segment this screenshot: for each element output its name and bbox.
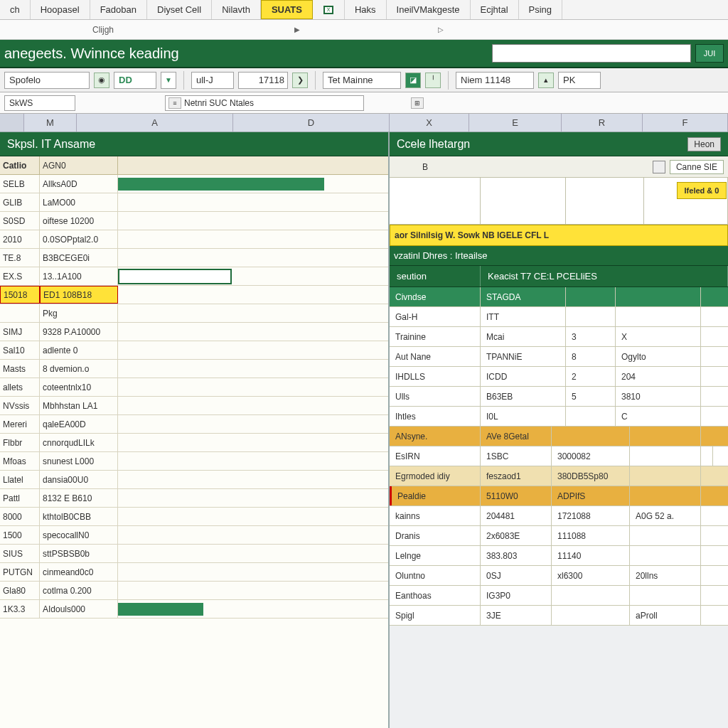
left-grid[interactable]: SELBAllksA0DGLIBLaMO00S0SDoiftese 102002… — [0, 175, 388, 728]
cell[interactable] — [616, 287, 701, 306]
cell[interactable]: coteentnlx10 — [40, 378, 118, 396]
cell[interactable] — [566, 287, 616, 306]
cell[interactable]: Aut Nane — [390, 347, 481, 366]
cell[interactable]: Mfoas — [0, 452, 40, 470]
cell[interactable]: 3000082 — [552, 446, 630, 466]
table-row[interactable]: Mfoassnunest L000 — [0, 452, 388, 471]
cell[interactable] — [552, 427, 630, 446]
cell[interactable]: EsIRN — [390, 446, 481, 466]
menu-item[interactable]: ch — [0, 0, 31, 19]
side-action-button[interactable]: Ifeled & 0 — [677, 182, 727, 199]
prop-field[interactable]: Spofelo — [4, 72, 90, 89]
globe-icon[interactable]: ◉ — [94, 73, 109, 88]
cell[interactable]: 3 — [566, 327, 616, 346]
cell[interactable] — [630, 486, 701, 505]
cell[interactable]: cinmeand0c0 — [40, 563, 118, 581]
cell[interactable]: 20llns — [630, 566, 701, 585]
table-row[interactable]: MereriqaleEA00D — [0, 415, 388, 434]
help-button[interactable]: Heon — [687, 137, 721, 151]
up-icon[interactable]: ▴ — [538, 73, 554, 88]
dropdown-icon[interactable]: ▼ — [161, 72, 176, 89]
cell[interactable]: Ogylto — [616, 347, 701, 366]
cell[interactable]: specocallN0 — [40, 526, 118, 544]
cell[interactable] — [701, 446, 713, 466]
menu-item[interactable]: IneilVMakgeste — [387, 0, 471, 19]
col-header[interactable]: A — [77, 114, 233, 132]
col-header[interactable]: E — [469, 114, 562, 132]
table-row[interactable]: Gal-HITT — [390, 307, 728, 327]
cell[interactable]: Ihtles — [390, 407, 481, 426]
cell[interactable]: 8132 E B610 — [40, 489, 118, 507]
cell[interactable]: IG3P0 — [481, 586, 552, 605]
cell[interactable]: SIUS — [0, 545, 40, 562]
cell[interactable] — [552, 606, 630, 625]
cell[interactable] — [630, 466, 701, 486]
cell[interactable]: I0L — [481, 407, 566, 426]
cell[interactable]: Lelnge — [390, 546, 481, 565]
select-all-corner[interactable] — [0, 114, 24, 132]
toolbar-button[interactable]: Canne SIE — [670, 160, 724, 174]
cell[interactable]: snunest L000 — [40, 452, 118, 470]
cell[interactable]: 13..1A100 — [40, 267, 118, 285]
cell[interactable]: Gal-H — [390, 307, 481, 326]
table-row[interactable]: SIUSsttPSBSB0b — [0, 545, 388, 563]
table-row[interactable]: ANsyne.AVe 8Getal — [390, 427, 728, 446]
cell[interactable]: 5110W0 — [481, 486, 552, 505]
cell[interactable]: 5 — [566, 387, 616, 406]
col-header[interactable]: X — [390, 114, 469, 132]
ribbon-button[interactable]: JUI — [695, 44, 724, 63]
cell[interactable]: 2x6083E — [481, 526, 552, 545]
table-row[interactable]: Lelnge383.80311140 — [390, 546, 728, 566]
table-row[interactable]: alletscoteentnlx10 — [0, 378, 388, 397]
table-row[interactable]: Pattl8132 E B610 — [0, 489, 388, 508]
cell[interactable] — [630, 546, 701, 565]
table-row[interactable]: CivndseSTAGDA — [390, 287, 728, 307]
cell[interactable]: C — [616, 407, 701, 426]
table-row[interactable]: Llateldansia00U0 — [0, 471, 388, 489]
table-row[interactable]: SELBAllksA0D — [0, 175, 388, 193]
prop-field[interactable]: Tet Mainne — [323, 72, 401, 89]
cell[interactable]: 9328 P.A10000 — [40, 323, 118, 341]
cell[interactable]: dansia00U0 — [40, 471, 118, 488]
cell[interactable]: 380DB5Sp80 — [552, 466, 630, 486]
table-row[interactable]: Sal10adlente 0 — [0, 341, 388, 360]
cell[interactable]: 1721088 — [552, 506, 630, 525]
cell[interactable]: 204481 — [481, 506, 552, 525]
tool-icon[interactable] — [653, 161, 665, 173]
cell[interactable]: LaMO00 — [40, 193, 118, 211]
cell[interactable]: Pealdie — [390, 486, 481, 505]
formula-input[interactable]: ≡ Netnri SUC Ntales — [165, 95, 364, 111]
menu-item[interactable]: Fadoban — [90, 0, 147, 19]
cell[interactable] — [630, 526, 701, 545]
cell[interactable]: xl6300 — [552, 566, 630, 585]
table-row[interactable]: kainns2044811721088A0G 52 a. — [390, 506, 728, 526]
cell[interactable]: Mcai — [481, 327, 566, 346]
play-icon[interactable]: ▶ — [294, 26, 300, 33]
subheader-cell[interactable]: AGN0 — [40, 156, 118, 174]
cell[interactable]: EX.S — [0, 267, 40, 285]
cell[interactable]: NVssis — [0, 397, 40, 414]
cell[interactable]: 8 — [566, 347, 616, 366]
table-row[interactable]: EsIRN1SBC3000082 — [390, 446, 728, 466]
cell[interactable]: kthtolB0CBB — [40, 508, 118, 525]
cell[interactable]: 204 — [616, 367, 701, 386]
menu-item[interactable]: Diyset Cell — [147, 0, 212, 19]
cell[interactable]: qaleEA00D — [40, 415, 118, 433]
col-header[interactable]: D — [233, 114, 390, 132]
cell[interactable]: ITT — [481, 307, 566, 326]
cell[interactable]: PUTGN — [0, 563, 40, 581]
cell[interactable]: 0SJ — [481, 566, 552, 585]
cell[interactable]: SELB — [0, 175, 40, 193]
table-row[interactable]: 1500specocallN0 — [0, 526, 388, 545]
subheader-cell[interactable]: Catlio — [0, 156, 40, 174]
check-icon[interactable]: ◪ — [405, 73, 421, 88]
menu-item[interactable]: Hoopasel — [31, 0, 90, 19]
table-row[interactable]: UllsB63EB53810 — [390, 387, 728, 407]
prop-icon[interactable]: ╵ — [425, 73, 441, 88]
cell[interactable]: A0G 52 a. — [630, 506, 701, 525]
table-row[interactable]: PUTGNcinmeand0c0 — [0, 563, 388, 582]
table-row[interactable]: IhtlesI0LC — [390, 407, 728, 427]
table-row[interactable]: NVssisMbhhstan LA1 — [0, 397, 388, 415]
table-row[interactable]: Spigl3JEaProll — [390, 606, 728, 626]
cell[interactable]: 111088 — [552, 526, 630, 545]
